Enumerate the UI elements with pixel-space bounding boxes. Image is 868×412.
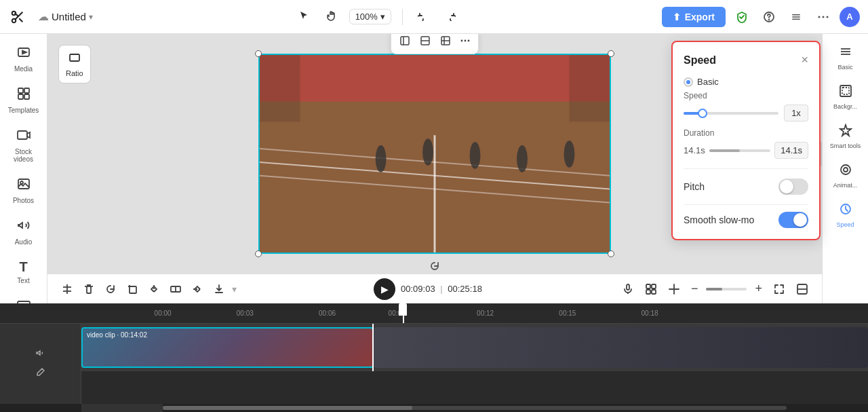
- split2-button[interactable]: [665, 280, 683, 298]
- sidebar-item-text[interactable]: T Text: [3, 254, 44, 290]
- split-button[interactable]: [167, 280, 184, 298]
- toolbar-divider: [402, 9, 403, 25]
- video-toolbar-more[interactable]: [456, 34, 474, 50]
- mirror-h-button[interactable]: [145, 280, 163, 298]
- delete-button[interactable]: [80, 280, 98, 298]
- redo-button[interactable]: [441, 7, 460, 26]
- grid-button[interactable]: [642, 280, 660, 298]
- sidebar-item-animate[interactable]: Animat...: [826, 157, 865, 194]
- scrollbar-track[interactable]: [163, 406, 787, 410]
- zoom-out-button[interactable]: −: [688, 279, 701, 299]
- hand-tool-button[interactable]: [322, 7, 341, 26]
- svg-point-6: [769, 19, 770, 20]
- svg-point-47: [422, 138, 433, 166]
- sidebar-item-speed[interactable]: Speed: [826, 197, 865, 233]
- video-toolbar-btn2[interactable]: [416, 34, 435, 51]
- sidebar-item-media[interactable]: Media: [3, 39, 44, 78]
- ratio-icon: [68, 51, 81, 68]
- stock-videos-icon: [16, 128, 31, 146]
- sidebar-item-smart-tools[interactable]: Smart tools: [826, 118, 865, 155]
- basic-radio[interactable]: [684, 77, 693, 87]
- zoom-in-button[interactable]: +: [752, 279, 765, 299]
- pointer-tool-button[interactable]: [295, 7, 314, 26]
- zoom-level-button[interactable]: 100% ▾: [349, 9, 391, 24]
- svg-rect-67: [646, 290, 650, 294]
- handle-bottom-left[interactable]: [255, 250, 262, 257]
- handle-top-right[interactable]: [608, 50, 614, 57]
- duration-right-value: 14.1s: [774, 142, 808, 159]
- ratio-badge[interactable]: Ratio: [58, 45, 91, 83]
- shield-button[interactable]: [731, 6, 753, 28]
- ruler-mark-6: 00:18: [642, 310, 658, 317]
- handle-bottom-right[interactable]: [608, 250, 614, 257]
- svg-point-46: [376, 145, 387, 172]
- svg-rect-19: [18, 131, 27, 139]
- tracks-content: video clip · 00:14:02: [81, 324, 868, 404]
- smooth-toggle-knob: [793, 213, 807, 227]
- panel-close-button[interactable]: ×: [801, 53, 808, 67]
- zoom-chevron-icon: ▾: [380, 12, 385, 22]
- fullscreen-button[interactable]: [770, 280, 788, 298]
- duration-bar[interactable]: [709, 149, 770, 152]
- rotate-handle[interactable]: [429, 261, 440, 274]
- video-toolbar-btn3[interactable]: [436, 34, 455, 51]
- background-icon: [839, 84, 852, 101]
- speed-slider-track[interactable]: [684, 112, 778, 115]
- cloud-icon: ☁: [38, 10, 49, 23]
- sidebar-item-basic[interactable]: Basic: [826, 39, 865, 76]
- ruler-marks: 00:00 00:03 00:06 00:09 00:12 00:15 00:1…: [155, 303, 787, 323]
- sidebar-item-captions[interactable]: Captions: [3, 293, 44, 303]
- ratio-label: Ratio: [66, 69, 83, 77]
- timeline-tracks: video clip · 00:14:02: [0, 324, 868, 404]
- menu-button[interactable]: [785, 6, 807, 28]
- panel-header: Speed ×: [684, 53, 808, 67]
- smooth-toggle[interactable]: [778, 212, 808, 228]
- handle-top-left[interactable]: [255, 50, 262, 57]
- pitch-toggle-knob: [780, 180, 793, 193]
- bottom-toolbar: ▾ ▶ 00:09:03 | 00:25:18: [47, 274, 822, 303]
- undo-button[interactable]: [414, 7, 433, 26]
- svg-rect-52: [569, 55, 610, 121]
- pitch-toggle[interactable]: [778, 179, 808, 195]
- sidebar-item-photos[interactable]: Photos: [3, 171, 44, 210]
- video-clip[interactable]: video clip · 00:14:02: [81, 327, 374, 368]
- bt-left: ▾: [58, 280, 237, 298]
- sidebar-item-background[interactable]: Backgr...: [826, 79, 865, 115]
- second-clip[interactable]: [374, 327, 868, 368]
- sidebar-item-audio[interactable]: Audio: [3, 212, 44, 251]
- extra-button[interactable]: [793, 280, 811, 298]
- svg-rect-20: [18, 179, 29, 189]
- rotate-button[interactable]: [102, 280, 119, 298]
- scrollbar-thumb[interactable]: [163, 406, 412, 410]
- speed-icon: [839, 202, 852, 219]
- title-chevron-icon[interactable]: ▾: [89, 12, 93, 22]
- svg-point-37: [461, 40, 463, 42]
- export-icon: ⬆: [673, 12, 681, 22]
- ruler-mark-1: 00:03: [237, 310, 254, 317]
- svg-rect-45: [260, 55, 610, 102]
- video-toolbar-btn1[interactable]: [395, 34, 414, 51]
- edit-track-button[interactable]: [34, 365, 47, 381]
- bt-right: − +: [619, 279, 811, 299]
- ruler-mark-0: 00:00: [155, 310, 172, 317]
- svg-point-1: [12, 18, 16, 22]
- volume-button[interactable]: [34, 346, 47, 362]
- mic-button[interactable]: [619, 280, 637, 298]
- trim-button[interactable]: [58, 280, 76, 298]
- svg-rect-15: [18, 88, 23, 93]
- sidebar-item-stock-videos[interactable]: Stock videos: [3, 122, 44, 168]
- play-button[interactable]: ▶: [374, 278, 395, 300]
- speed-value-display: 1x: [784, 105, 808, 121]
- speed-slider-thumb[interactable]: [698, 109, 707, 118]
- avatar[interactable]: A: [840, 7, 860, 27]
- smart-tools-label: Smart tools: [830, 143, 861, 149]
- crop-button[interactable]: [123, 280, 141, 298]
- speed-row: Speed 1x: [684, 91, 808, 121]
- media-label: Media: [14, 65, 33, 73]
- export-button[interactable]: ⬆ Export: [662, 7, 726, 27]
- more-button[interactable]: [812, 6, 834, 28]
- mirror-v-button[interactable]: [189, 280, 206, 298]
- sidebar-item-templates[interactable]: Templates: [3, 81, 44, 119]
- help-button[interactable]: [758, 6, 780, 28]
- download-button[interactable]: [210, 280, 228, 298]
